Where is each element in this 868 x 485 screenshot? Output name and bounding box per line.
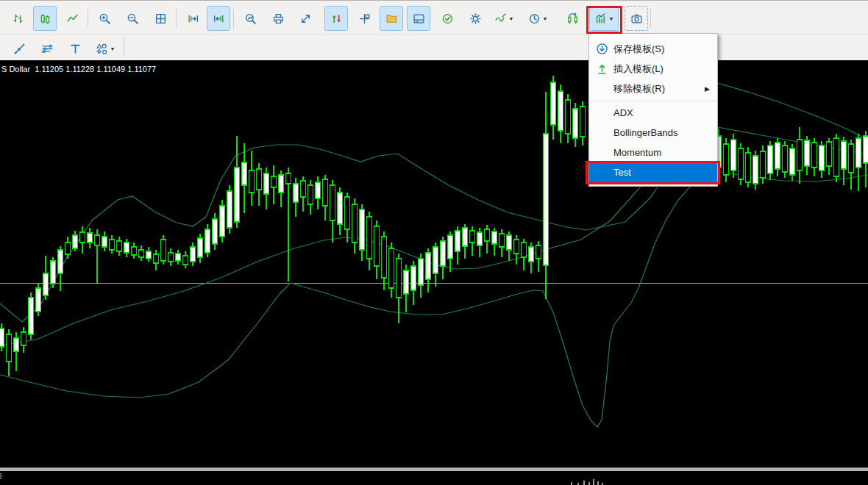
toolbar-separator [176,9,177,28]
trading-terminal-window: S Dollar 1.11205 1.11228 1.11049 1.11077… [0,0,868,485]
expert-advisors-button[interactable] [435,6,459,31]
menu-item-template-adx[interactable]: ADX [589,103,717,123]
panels-icon [413,12,425,25]
tile-windows-button[interactable] [149,6,172,31]
submenu-arrow-icon: ▶ [705,85,710,93]
screenshot-camera-button[interactable] [625,6,648,31]
line-chart-button[interactable] [60,6,84,31]
menu-item-label: Test [613,167,631,178]
tile-windows-icon [154,12,167,25]
menu-item-template-momentum[interactable]: Momentum [589,143,717,162]
volume-tick [597,481,599,485]
shapes-tool-button[interactable]: ▼ [90,36,121,61]
subwindow-scale-label: 8 [0,473,2,481]
toolbar-separator [650,9,651,28]
print-icon [272,12,285,25]
templates-context-menu: 保存模板(S) 插入模板(L) 移除模板(R) ▶ ADX BollingerB… [588,33,718,187]
indicators-icon [494,12,507,25]
templates-button[interactable]: ▼ [589,6,619,31]
chevron-down-icon: ▼ [110,46,115,51]
menu-item-label: 插入模板(L) [613,62,664,76]
zoom-in-button[interactable] [93,6,116,31]
menu-separator [591,101,716,101]
volume-tick [593,479,594,485]
horizontal-lines-icon [41,43,54,55]
history-folder-button[interactable] [380,6,403,31]
menu-item-label: 保存模板(S) [613,43,664,56]
chart-area[interactable]: S Dollar 1.11205 1.11228 1.11049 1.11077 [0,60,868,468]
volume-tick [583,481,585,485]
zoom-in-icon [99,12,111,25]
candles-cycle-icon [566,12,579,25]
line-chart-icon [66,12,79,25]
menu-item-remove-template[interactable]: 移除模板(R) ▶ [589,79,717,98]
settings-gear-icon [469,12,482,25]
crosshair-info-button[interactable] [352,6,376,31]
save-template-icon [596,43,608,55]
text-tool-button[interactable] [63,36,87,61]
menu-item-template-bollingerbands[interactable]: BollingerBands [589,123,717,143]
insert-template-icon [596,62,608,75]
chart-search-icon [244,12,257,25]
chevron-down-icon: ▼ [543,16,548,21]
indicators-button[interactable]: ▼ [490,6,518,31]
order-up-down-icon [330,12,343,25]
horizontal-lines-tool-button[interactable] [35,36,59,61]
full-screen-icon [299,12,312,25]
shift-end-right-button[interactable] [181,6,204,31]
menu-item-template-test[interactable]: Test [589,162,717,182]
menu-item-insert-template[interactable]: 插入模板(L) [589,59,717,79]
shift-end-left-icon [213,12,225,25]
toolbar-separator [233,9,234,28]
candlestick-chart-canvas[interactable] [0,60,868,468]
toolbar-row-2: ▼ [0,34,868,61]
menu-item-label: Momentum [613,147,661,158]
timeframes-button[interactable]: ▼ [524,6,552,31]
toolbar-separator [88,9,88,28]
candles-cycle-button[interactable] [561,6,584,31]
toolbar-separator [124,37,124,57]
shapes-icon [96,43,108,55]
print-button[interactable] [266,6,290,31]
templates-icon [594,12,607,25]
toolbar-row-1: ▼ ▼ ▼ [0,4,868,33]
shift-end-left-button[interactable] [207,6,230,31]
order-up-down-button[interactable] [324,6,348,31]
full-screen-button[interactable] [294,6,317,31]
candlestick-chart-button[interactable] [33,6,57,31]
menu-item-label: 移除模板(R) [613,82,665,96]
toolbar: ▼ ▼ ▼ ▼ [0,0,868,60]
menu-item-save-template[interactable]: 保存模板(S) [589,39,717,59]
menu-item-label: BollingerBands [613,127,677,138]
history-folder-icon [385,12,398,25]
bar-chart-button[interactable] [6,6,29,31]
clock-icon [528,12,541,25]
chevron-down-icon: ▼ [509,16,514,21]
expert-advisors-icon [441,12,454,25]
candlestick-chart-icon [39,12,51,25]
menu-item-label: ADX [613,107,633,118]
bar-chart-icon [12,12,24,25]
zoom-out-button[interactable] [121,6,144,31]
chart-symbol-ohlc-title: S Dollar 1.11205 1.11228 1.11049 1.11077 [1,65,156,73]
line-segments-tool-button[interactable] [7,36,31,61]
crosshair-info-icon [358,12,371,25]
chart-search-button[interactable] [238,6,262,31]
volume-tick [588,482,590,485]
chevron-down-icon: ▼ [609,16,614,21]
shift-end-right-icon [187,12,199,25]
text-tool-icon [69,43,82,55]
camera-icon [630,12,643,25]
panels-button[interactable] [407,6,430,31]
zoom-out-icon [127,12,139,25]
line-segments-icon [13,43,26,55]
settings-button[interactable] [463,6,487,31]
volume-tick [571,482,572,485]
indicator-subwindow-partial: 8 [0,471,868,485]
